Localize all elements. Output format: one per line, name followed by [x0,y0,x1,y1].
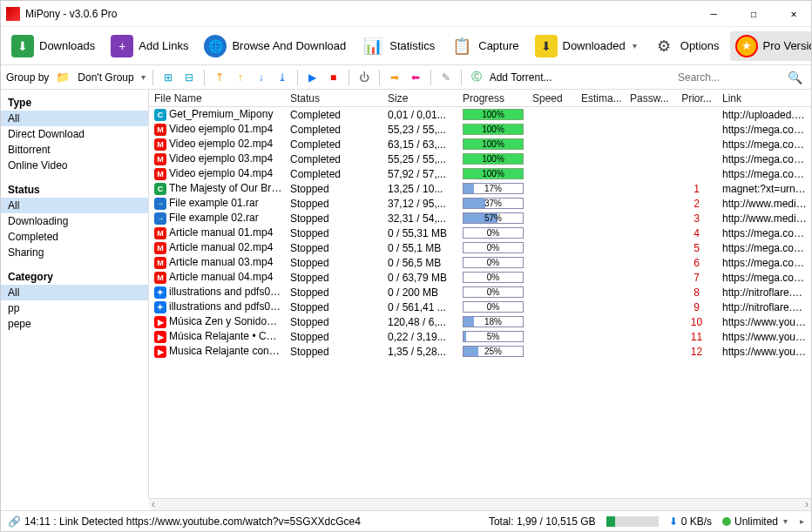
table-row[interactable]: MVideo ejemplo 04.mp4Completed57,92 / 57… [149,166,811,181]
chevron-down-icon[interactable]: ▾ [141,72,145,82]
table-row[interactable]: →File example 02.rarStopped32,31 / 54,..… [149,211,811,226]
capture-button[interactable]: 📋Capture [445,31,524,61]
sidebar-item[interactable]: Downloading [1,213,148,229]
table-row[interactable]: ▶Musica Relajante con Flauta Ze...Stoppe… [149,344,811,359]
table-row[interactable]: CGet_Premium_MiponyCompleted0,01 / 0,01.… [149,107,811,122]
sidebar-item[interactable]: Online Video [1,158,148,173]
table-row[interactable]: MArticle manual 01.mp4Stopped0 / 55,31 M… [149,226,811,240]
col-link[interactable]: Link [719,91,811,106]
browse-button[interactable]: 🌐Browse And Download [199,31,351,61]
options-button[interactable]: ⚙Options [647,31,725,61]
add-links-button[interactable]: +Add Links [105,31,193,61]
sidebar-item[interactable]: All [1,285,148,300]
capture-label: Capture [478,39,518,52]
sidebar-item[interactable]: All [1,111,148,126]
add-torrent-button[interactable]: Add Torrent... [490,71,552,84]
chevron-right-icon[interactable]: ▸ [800,516,804,526]
file-icon: ✦ [154,286,166,299]
file-name: Article manual 04.mp4 [169,271,273,283]
cell-pass [626,320,675,324]
table-row[interactable]: MArticle manual 03.mp4Stopped0 / 56,5 MB… [149,255,811,270]
cell-status: Completed [287,152,384,167]
close-button[interactable]: ✕ [782,5,806,23]
sidebar-item[interactable]: Direct Download [1,126,148,142]
cell-status: Stopped [287,226,384,241]
table-row[interactable]: →File example 01.rarStopped37,12 / 95,..… [149,196,811,211]
search-input[interactable] [678,71,782,84]
table-row[interactable]: MVideo ejemplo 01.mp4Completed55,23 / 55… [149,122,811,137]
cell-priority [675,172,719,176]
cell-priority: 2 [675,196,719,212]
statistics-button[interactable]: 📊Statistics [356,31,440,61]
maximize-button[interactable]: ☐ [741,5,766,23]
gear-icon: ⚙ [653,35,675,57]
cell-speed [529,246,578,250]
col-priority[interactable]: Prior... [675,91,719,106]
sidebar-item[interactable]: Sharing [1,245,148,260]
top-icon[interactable]: ⤒ [212,70,227,85]
table-row[interactable]: ▶Música Zen y Sonidos de la Nat...Stoppe… [149,314,811,329]
right-icon[interactable]: ➡ [387,70,403,85]
expand-icon[interactable]: ⊞ [160,70,176,85]
col-progress[interactable]: Progress [459,91,529,106]
cell-speed [529,276,578,279]
power-icon[interactable]: ⏻ [356,70,372,85]
left-icon[interactable]: ⬅ [408,70,423,85]
table-row[interactable]: ▶Música Relajante • Calmar la M...Stoppe… [149,329,811,344]
table-row[interactable]: ✦illustrations and pdfs01.rarStopped0 / … [149,285,811,300]
wand-icon[interactable]: ✎ [438,70,454,85]
col-password[interactable]: Passw... [626,91,675,106]
collapse-icon[interactable]: ⊟ [181,70,197,85]
table-row[interactable]: MArticle manual 04.mp4Stopped0 / 63,79 M… [149,270,811,285]
cell-link: https://mega.co.nz/#N!NcV [719,166,811,182]
separator [379,70,380,85]
bottom-icon[interactable]: ⤓ [274,70,290,85]
sidebar-item[interactable]: pp [1,300,148,316]
table-row[interactable]: MVideo ejemplo 03.mp4Completed55,25 / 55… [149,152,811,166]
cell-size: 32,31 / 54,... [384,211,459,226]
file-name: illustrations and pdfs02.rar [169,300,287,313]
status-bar: 🔗14:11 : Link Detected https://www.youtu… [1,510,811,531]
chart-icon: 📊 [362,35,384,57]
sidebar-item[interactable]: Bittorrent [1,142,148,158]
cell-link: https://mega.co.nz/#N!wYU [719,122,811,138]
file-name: Video ejemplo 04.mp4 [169,167,273,179]
cell-status: Stopped [287,196,384,212]
file-icon: M [154,257,166,269]
progress-bar: 0% [463,242,524,253]
col-estimated[interactable]: Estima... [578,91,626,106]
table-row[interactable]: CThe Majesty of Our Broken PastStopped13… [149,181,811,196]
downloaded-button[interactable]: ⬇Downloaded▾ [530,31,642,61]
col-status[interactable]: Status [287,91,384,106]
rows[interactable]: CGet_Premium_MiponyCompleted0,01 / 0,01.… [149,107,811,498]
sidebar-item[interactable]: pepe [1,316,148,332]
cell-priority: 3 [675,211,719,226]
minimize-button[interactable]: — [701,5,726,23]
search-icon[interactable]: 🔍 [788,71,802,84]
stop-icon[interactable]: ■ [326,70,342,85]
pro-version-button[interactable]: ★Pro Version▾ [730,31,812,61]
play-icon[interactable]: ▶ [305,70,321,85]
col-size[interactable]: Size [384,91,459,106]
table-row[interactable]: MVideo ejemplo 02.mp4Completed63,15 / 63… [149,137,811,152]
badge-icon: ★ [735,35,758,57]
col-speed[interactable]: Speed [529,91,578,106]
cell-pass [626,143,675,146]
down-icon[interactable]: ↓ [254,70,269,85]
cell-link: magnet:?xt=urn:btih:10261b7 [719,181,811,197]
cell-pass [626,187,675,191]
downloads-button[interactable]: ⬇Downloads [6,31,100,61]
file-icon: M [154,242,166,254]
sidebar-item[interactable]: Completed [1,229,148,245]
horizontal-scrollbar[interactable] [149,498,811,510]
unlimited-button[interactable]: Unlimited▾ [722,515,788,528]
up-icon[interactable]: ↑ [233,70,248,85]
table-row[interactable]: MArticle manual 02.mp4Stopped0 / 55,1 MB… [149,240,811,255]
groupby-value[interactable]: Don't Group [78,71,133,84]
sidebar-item[interactable]: All [1,198,148,213]
col-filename[interactable]: File Name [149,91,287,106]
cell-pass [626,306,675,309]
table-row[interactable]: ✦illustrations and pdfs02.rarStopped0 / … [149,300,811,314]
cell-speed [529,335,578,339]
progress-bar: 0% [463,257,524,268]
